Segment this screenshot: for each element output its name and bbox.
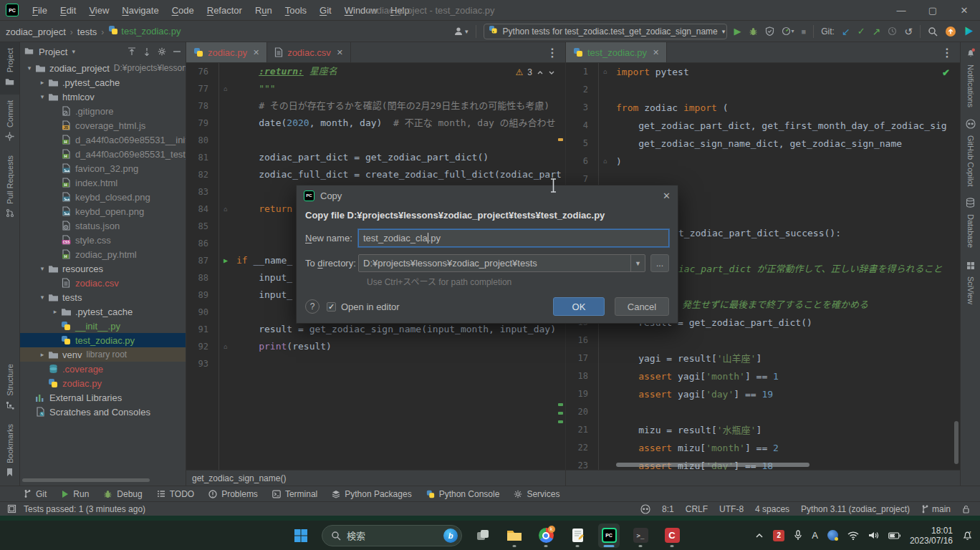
menu-refactor[interactable]: Refactor — [201, 5, 249, 16]
tab-close-icon[interactable]: ✕ — [337, 48, 343, 57]
menu-navigate[interactable]: Navigate — [115, 5, 165, 16]
vertical-scrollbar[interactable] — [954, 421, 959, 464]
tree-item[interactable]: keybd_closed.png — [20, 190, 186, 204]
tree-item[interactable]: Hindex.html — [20, 175, 186, 190]
history-button[interactable] — [888, 26, 897, 36]
tree-item[interactable]: Hzodiac_py.html — [20, 247, 186, 261]
git-push-button[interactable]: ↗ — [873, 26, 881, 37]
toolwindow-services[interactable]: Services — [514, 489, 559, 499]
menu-run[interactable]: Run — [249, 5, 279, 16]
line-number[interactable]: 5 — [566, 135, 598, 153]
breadcrumb-item[interactable]: test_zodiac.py — [108, 25, 181, 37]
line-number[interactable]: 76 — [186, 63, 218, 80]
tray-sphere-icon[interactable] — [827, 530, 838, 541]
breadcrumb-item[interactable]: zodiac_project — [6, 26, 66, 37]
lock-icon[interactable] — [962, 505, 970, 513]
toolwindow-todo[interactable]: TODO — [157, 489, 194, 499]
notification-bell-icon[interactable]: z — [962, 530, 973, 541]
line-number[interactable]: 84 — [186, 201, 218, 218]
cancel-button[interactable]: Cancel — [615, 297, 669, 316]
line-number[interactable]: 88 — [186, 269, 218, 286]
tree-item[interactable]: Hd_a44f0ac069e85531_test_zodiac — [20, 147, 186, 161]
tab-close-icon[interactable]: ✕ — [253, 48, 259, 57]
start-button[interactable] — [290, 524, 312, 548]
git-branch-widget[interactable]: main — [921, 504, 951, 514]
tree-item[interactable]: .coverage — [20, 362, 186, 376]
line-number[interactable]: 19 — [566, 385, 598, 403]
tab-zodiac.csv[interactable]: zodiac.csv✕ — [267, 42, 351, 62]
search-everywhere-icon[interactable] — [928, 26, 938, 37]
toolwindow-python-packages[interactable]: Python Packages — [332, 489, 411, 499]
toolwindow-run[interactable]: Run — [61, 489, 89, 499]
menu-view[interactable]: View — [82, 5, 115, 16]
tree-item[interactable]: Scratches and Consoles — [20, 405, 186, 419]
git-update-button[interactable]: ↙ — [842, 26, 850, 37]
tree-chevron-icon[interactable]: ▾ — [37, 265, 47, 272]
new-name-input[interactable]: test_zodiac_cla.py — [358, 229, 669, 247]
taskbar-app-pycharm[interactable]: PC — [598, 524, 620, 548]
sidebar-item-commit[interactable]: Commit — [0, 95, 19, 150]
ide-update-icon[interactable] — [945, 26, 956, 37]
debug-button[interactable] — [749, 27, 758, 36]
gutter-fold-icon[interactable]: ⌂ — [218, 338, 233, 355]
wifi-icon[interactable] — [847, 531, 859, 540]
close-button[interactable]: ✕ — [948, 5, 980, 16]
tree-item[interactable]: ▾tests — [20, 290, 186, 304]
horizontal-scrollbar[interactable] — [616, 463, 810, 467]
line-number[interactable]: 90 — [186, 304, 218, 321]
next-warning-icon[interactable] — [548, 69, 555, 76]
line-number[interactable]: 21 — [566, 421, 598, 439]
sidebar-item-sciview[interactable]: SciView — [961, 254, 980, 310]
volume-icon[interactable] — [868, 531, 879, 540]
vcs-stripe-mark[interactable] — [558, 412, 563, 415]
gutter-fold-icon[interactable]: ⌂ — [598, 153, 612, 170]
toolwindow-debug[interactable]: Debug — [103, 489, 142, 499]
tab-close-icon[interactable]: ✕ — [653, 48, 659, 57]
line-number[interactable]: 85 — [186, 218, 218, 235]
sidebar-item-notifications[interactable]: Notifications — [961, 42, 980, 113]
taskbar-clock[interactable]: 18:01 2023/07/16 — [910, 526, 953, 546]
gutter-fold-icon[interactable]: ▶ — [218, 252, 233, 269]
microphone-icon[interactable] — [794, 530, 802, 541]
tray-expand-icon[interactable] — [755, 533, 764, 539]
ime-mode-indicator[interactable]: A — [812, 530, 818, 541]
browse-button[interactable]: ... — [650, 254, 669, 272]
line-number[interactable]: 3 — [566, 99, 598, 117]
gutter-fold-icon[interactable]: ⌂ — [598, 63, 612, 81]
tree-item[interactable]: ▸venvlibrary root — [20, 347, 186, 362]
menu-tools[interactable]: Tools — [279, 5, 313, 16]
help-button[interactable]: ? — [305, 299, 320, 314]
to-directory-combobox[interactable]: D:¥projects¥lessons¥zodiac_project¥tests… — [358, 254, 645, 272]
tree-item[interactable]: ▸.pytest_cache — [20, 304, 186, 319]
line-number[interactable]: 89 — [186, 286, 218, 304]
taskbar-app-terminal[interactable]: >_ — [630, 524, 651, 548]
tree-item[interactable]: ▾htmlcov — [20, 90, 186, 104]
taskbar-app-explorer[interactable] — [504, 524, 525, 548]
tree-item[interactable]: ▾resources — [20, 261, 186, 276]
line-number[interactable]: 93 — [186, 355, 218, 372]
vcs-stripe-mark[interactable] — [558, 403, 563, 406]
menu-edit[interactable]: Edit — [54, 5, 82, 16]
tree-item[interactable]: External Libraries — [20, 390, 186, 405]
run-with-coverage-button[interactable] — [765, 26, 774, 36]
tree-chevron-icon[interactable]: ▸ — [37, 351, 47, 358]
line-number[interactable]: 82 — [186, 166, 218, 183]
hide-panel-icon[interactable] — [173, 47, 181, 56]
gutter-fold-icon[interactable]: ⌂ — [218, 201, 233, 218]
tree-item[interactable]: CSSstyle.css — [20, 233, 186, 247]
settings-gear-icon[interactable] — [158, 47, 166, 56]
tree-item[interactable]: JScoverage_html.js — [20, 118, 186, 132]
tree-item[interactable]: zodiac.csv — [20, 276, 186, 290]
menu-git[interactable]: Git — [313, 5, 338, 16]
tree-item[interactable]: Hd_a44f0ac069e85531__init__py. — [20, 132, 186, 147]
file-encoding[interactable]: UTF-8 — [719, 504, 744, 514]
sidebar-item-structure[interactable]: Structure — [0, 358, 19, 418]
git-commit-button[interactable]: ✓ — [858, 26, 865, 37]
tree-item[interactable]: ▾zodiac_projectD:¥projects¥lessons¥zo — [20, 61, 186, 75]
breadcrumb-item[interactable]: tests — [77, 26, 97, 37]
ok-button[interactable]: OK — [553, 297, 605, 316]
run-configuration-combo[interactable]: Python tests for test_zodiac.test_get_zo… — [484, 24, 727, 39]
line-number[interactable]: 80 — [186, 132, 218, 149]
toolwindow-git[interactable]: Git — [24, 489, 47, 499]
tool-window-switcher-icon[interactable] — [7, 504, 16, 513]
